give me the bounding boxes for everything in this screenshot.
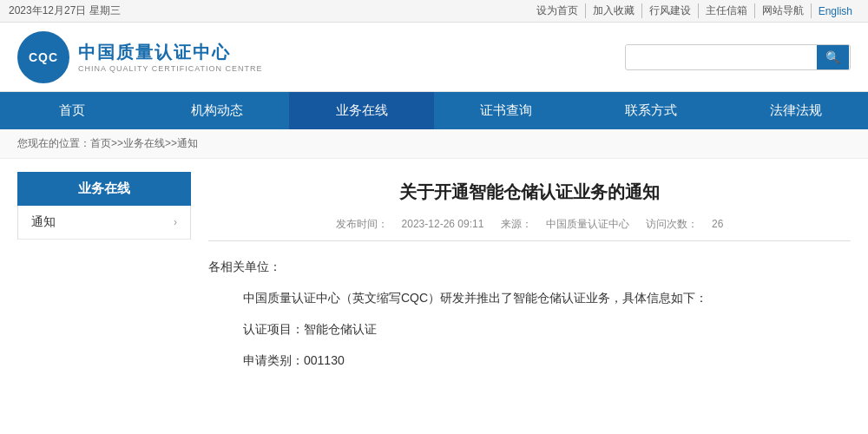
date-label: 2023年12月27日 星期三: [9, 3, 121, 18]
search-input[interactable]: [626, 45, 817, 69]
logo-english: CHINA QUALITY CERTIFICATION CENTRE: [78, 64, 263, 73]
nav-business[interactable]: 业务在线: [289, 92, 434, 129]
article-title: 关于开通智能仓储认证业务的通知: [208, 172, 851, 217]
source-value: 中国质量认证中心: [546, 218, 629, 230]
item2-value: 001130: [304, 353, 345, 367]
link-english[interactable]: English: [812, 5, 859, 17]
top-bar: 2023年12月27日 星期三 设为首页 加入收藏 行风建设 主任信箱 网站导航…: [0, 0, 868, 23]
nav-home[interactable]: 首页: [0, 92, 145, 129]
logo-text: 中国质量认证中心 CHINA QUALITY CERTIFICATION CEN…: [78, 41, 263, 73]
item1: 认证项目：智能仓储认证: [208, 317, 851, 341]
breadcrumb: 您现在的位置：首页>>业务在线>>通知: [0, 129, 868, 159]
article-body: 各相关单位： 中国质量认证中心（英文缩写CQC）研发并推出了智能仓储认证业务，具…: [208, 254, 851, 372]
nav-cert[interactable]: 证书查询: [434, 92, 579, 129]
logo-chinese: 中国质量认证中心: [78, 41, 263, 64]
views-label: 访问次数：: [646, 218, 698, 230]
link-sitemap[interactable]: 网站导航: [755, 3, 812, 18]
item1-value: 智能仓储认证: [304, 322, 377, 336]
top-links: 设为首页 加入收藏 行风建设 主任信箱 网站导航 English: [529, 3, 859, 18]
item2: 申请类别：001130: [208, 348, 851, 372]
search-area[interactable]: 🔍: [625, 44, 851, 70]
article-meta: 发布时间：2023-12-26 09:11 来源：中国质量认证中心 访问次数：2…: [208, 217, 851, 241]
item1-label: 认证项目：: [243, 322, 304, 336]
item2-label: 申请类别：: [243, 353, 304, 367]
link-mailbox[interactable]: 主任信箱: [699, 3, 755, 18]
sidebar-item-label: 通知: [31, 214, 56, 230]
nav-org[interactable]: 机构动态: [145, 92, 290, 129]
logo-area: CQC 中国质量认证中心 CHINA QUALITY CERTIFICATION…: [17, 31, 263, 83]
search-button[interactable]: 🔍: [817, 45, 849, 69]
link-favorites[interactable]: 加入收藏: [586, 3, 642, 18]
link-homepage[interactable]: 设为首页: [529, 3, 586, 18]
para1: 中国质量认证中心（英文缩写CQC）研发并推出了智能仓储认证业务，具体信息如下：: [208, 286, 851, 310]
breadcrumb-text: 您现在的位置：首页>>业务在线>>通知: [17, 137, 198, 149]
header: CQC 中国质量认证中心 CHINA QUALITY CERTIFICATION…: [0, 23, 868, 92]
logo-icon: CQC: [17, 31, 69, 83]
cqc-abbr: CQC: [29, 50, 58, 64]
greeting: 各相关单位：: [208, 254, 851, 279]
sidebar-item-notice[interactable]: 通知 ›: [17, 206, 191, 240]
nav-bar: 首页 机构动态 业务在线 证书查询 联系方式 法律法规: [0, 92, 868, 129]
nav-contact[interactable]: 联系方式: [579, 92, 724, 129]
publish-time: 2023-12-26 09:11: [402, 218, 484, 230]
sidebar: 业务在线 通知 ›: [17, 172, 191, 379]
source-label: 来源：: [501, 218, 532, 230]
content-area: 业务在线 通知 › 关于开通智能仓储认证业务的通知 发布时间：2023-12-2…: [0, 159, 868, 392]
publish-label: 发布时间：: [336, 218, 388, 230]
views-count: 26: [712, 218, 723, 230]
main-content: 关于开通智能仓储认证业务的通知 发布时间：2023-12-26 09:11 来源…: [208, 172, 851, 379]
chevron-right-icon: ›: [174, 216, 177, 228]
link-conduct[interactable]: 行风建设: [642, 3, 699, 18]
nav-law[interactable]: 法律法规: [723, 92, 868, 129]
sidebar-title: 业务在线: [17, 172, 191, 206]
